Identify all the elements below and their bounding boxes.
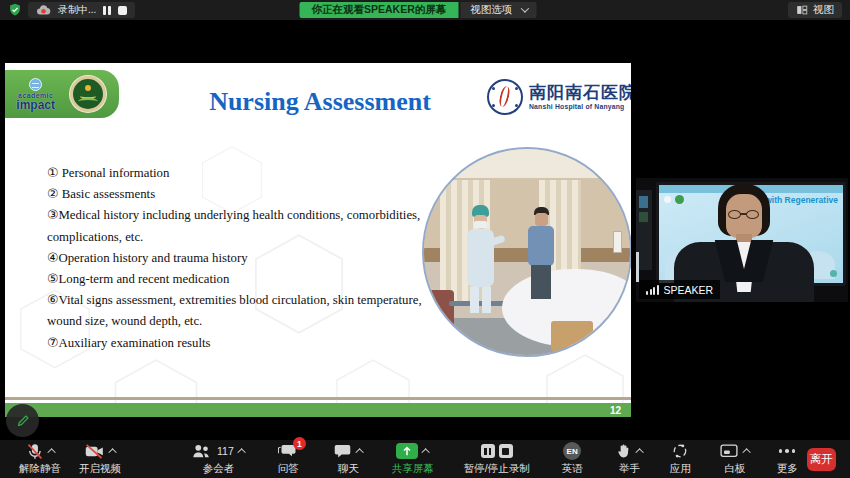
pause-recording-icon[interactable] [103, 6, 111, 15]
list-item: ② Basic assessments [47, 184, 447, 205]
pause-recording-icon[interactable] [481, 444, 495, 458]
shared-screen-slide: academic impact Nursing Assessment 南阳南石医… [5, 63, 631, 417]
list-item: ① Personal information [47, 163, 447, 184]
share-screen-button[interactable]: 共享屏幕 [383, 440, 443, 478]
list-item: ④Operation history and trauma history [47, 248, 447, 269]
chevron-down-icon [520, 4, 528, 12]
recording-controls: 录制中... [28, 2, 135, 18]
nursing-emblem-icon [70, 76, 106, 112]
participants-count: 117 [217, 445, 234, 457]
apps-button[interactable]: 应用 [661, 440, 700, 478]
viewing-screen-banner: 你正在观看SPEAKER的屏幕 [300, 2, 459, 18]
whiteboard-icon [719, 442, 739, 460]
slide-title: Nursing Assessment [155, 87, 485, 117]
hospital-name-en: Nanshi Hospital of Nanyang [529, 103, 631, 111]
security-shield-icon[interactable] [8, 3, 22, 17]
more-button[interactable]: 更多 [768, 440, 807, 478]
leave-button[interactable]: 离开 [807, 448, 836, 471]
audio-level-icon [646, 285, 659, 295]
chat-bubble-icon [333, 442, 352, 460]
cloud-recording-icon [36, 4, 51, 16]
meeting-window: 录制中... 你正在观看SPEAKER的屏幕 视图选项 视图 [0, 0, 850, 478]
speaker-video-tile[interactable]: with Regenerative SPEAKER [636, 178, 848, 302]
pause-stop-recording-button[interactable]: 暂停/停止录制 [455, 440, 539, 478]
participants-button[interactable]: 117 参会者 [182, 440, 255, 478]
viewing-banner-group: 你正在观看SPEAKER的屏幕 视图选项 [300, 2, 537, 18]
interpretation-button[interactable]: EN 英语 [553, 440, 592, 478]
chevron-up-icon[interactable] [421, 448, 429, 456]
unmute-button[interactable]: 解除静音 [10, 440, 70, 478]
chevron-up-icon[interactable] [47, 448, 55, 456]
speaker-name-label: SPEAKER [639, 280, 720, 299]
mic-muted-icon [25, 442, 44, 461]
chevron-up-icon[interactable] [635, 448, 643, 456]
language-en-icon: EN [563, 442, 581, 460]
chevron-up-icon[interactable] [742, 448, 750, 456]
participants-icon [191, 442, 211, 460]
list-item: ⑦Auxiliary examination results [47, 333, 447, 354]
hospital-logo: 南阳南石医院 Nanshi Hospital of Nanyang [487, 75, 629, 119]
apps-icon [671, 442, 689, 460]
chevron-up-icon[interactable] [237, 448, 245, 456]
whiteboard-button[interactable]: 白板 [710, 440, 760, 478]
meeting-toolbar: 解除静音 开启视频 117 参会者 [0, 440, 850, 478]
slide-footer-line [5, 397, 631, 400]
recording-status-label: 录制中... [58, 3, 96, 17]
layout-grid-icon [796, 4, 808, 16]
raise-hand-button[interactable]: 举手 [606, 440, 653, 478]
ward-photo [422, 147, 631, 357]
view-button[interactable]: 视图 [788, 2, 842, 18]
camera-off-icon [84, 442, 105, 460]
hospital-name-zh: 南阳南石医院 [529, 83, 631, 103]
chevron-up-icon[interactable] [355, 448, 363, 456]
chat-button[interactable]: 聊天 [324, 440, 373, 478]
assessment-list: ① Personal information ② Basic assessmen… [47, 163, 447, 354]
qa-badge: 1 [293, 437, 306, 450]
slide-logo-banner: academic impact [5, 70, 119, 118]
nurse-figure [465, 205, 495, 315]
start-video-button[interactable]: 开启视频 [70, 440, 130, 478]
academic-impact-logo: academic impact [16, 78, 55, 111]
qa-button[interactable]: 1 问答 [269, 440, 308, 478]
list-item: ⑥Vital signs assessment, extremities blo… [47, 290, 447, 332]
list-item: ③Medical history including underlying he… [47, 205, 447, 247]
patient-figure [527, 207, 555, 307]
slide-footer-bar: 12 [5, 403, 631, 417]
raise-hand-icon [615, 442, 632, 460]
list-item: ⑤Long-term and recent medication [47, 269, 447, 290]
hospital-emblem-icon [487, 79, 523, 115]
chevron-up-icon[interactable] [108, 448, 116, 456]
top-bar: 录制中... 你正在观看SPEAKER的屏幕 视图选项 视图 [0, 0, 850, 20]
stop-recording-icon[interactable] [499, 444, 513, 458]
annotate-button[interactable] [6, 404, 39, 437]
more-dots-icon [779, 442, 796, 460]
page-number: 12 [610, 405, 621, 416]
pencil-icon [15, 413, 31, 429]
share-screen-icon [396, 443, 418, 459]
un-emblem-icon [29, 78, 42, 91]
view-options-button[interactable]: 视图选项 [460, 2, 536, 18]
stop-recording-icon[interactable] [118, 6, 127, 15]
